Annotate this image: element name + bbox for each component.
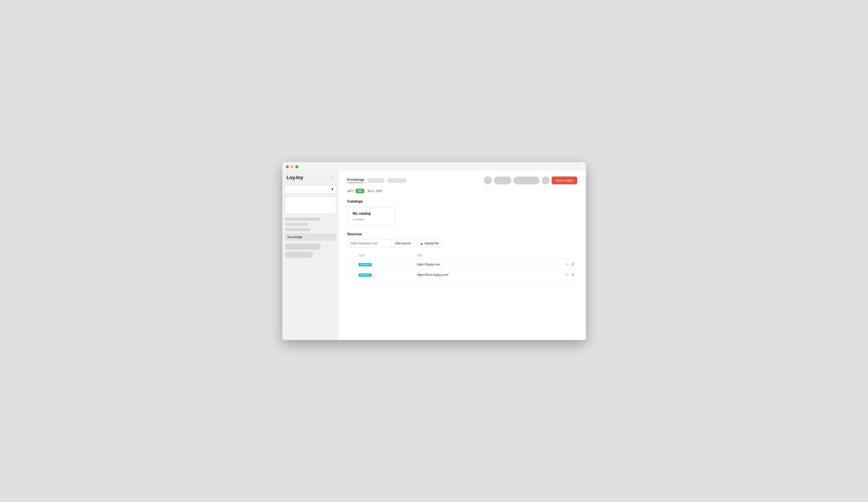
- sources-input-row: Add source ☁ Upload file: [348, 239, 577, 247]
- col-type: Type: [356, 253, 415, 259]
- close-button[interactable]: [286, 165, 289, 168]
- app-window: LoyJoy ← ▾ Knowledge: [282, 162, 586, 340]
- add-source-button[interactable]: Add source: [392, 239, 414, 247]
- catalogs-title: Catalogs: [348, 199, 577, 204]
- avatar-2: [542, 176, 549, 184]
- sidebar-item-knowledge[interactable]: Knowledge: [285, 233, 336, 241]
- sitemap-badge: SITEMAP: [359, 263, 372, 266]
- header-pill-1: [494, 176, 511, 184]
- row-url-cell: https://docs.loyjoy.com/: [414, 269, 532, 280]
- new-catalog-button[interactable]: New catalog: [552, 176, 577, 184]
- sidebar-skeleton-pill: [285, 252, 313, 258]
- tab-skeleton-1: [367, 178, 384, 183]
- delete-icon[interactable]: 🗑: [571, 263, 575, 266]
- row-type-cell: SITEMAP: [356, 259, 415, 269]
- row-action-icons: ↻ 🗑: [535, 263, 575, 267]
- sidebar-skeleton-pill: [285, 244, 321, 250]
- expand-icon[interactable]: ›: [350, 263, 351, 266]
- header-row: Knowledge New catalog: [348, 176, 577, 184]
- sources-table: Type URL › SITEMAP: [348, 253, 577, 280]
- catalog-card-subtitle: 2 articles: [353, 218, 390, 221]
- refresh-icon[interactable]: ↻: [566, 273, 569, 277]
- off-label: OFF: [376, 189, 382, 193]
- row-expand-cell: ›: [348, 269, 356, 280]
- app-body: LoyJoy ← ▾ Knowledge: [282, 171, 586, 340]
- header-tabs: Knowledge: [348, 178, 406, 183]
- row-url-text: https://docs.loyjoy.com/: [417, 273, 448, 276]
- sidebar-logo: LoyJoy ←: [285, 174, 336, 183]
- gpt-toggle-on[interactable]: ON: [355, 189, 364, 193]
- sources-section: Sources Add source ☁ Upload file: [348, 232, 577, 280]
- tab-skeleton-2: [387, 178, 406, 183]
- sidebar-skeleton-item: [285, 228, 310, 231]
- url-input[interactable]: [348, 239, 392, 247]
- maximize-button[interactable]: [295, 165, 298, 168]
- catalog-card-title: My catalog: [353, 212, 390, 216]
- titlebar: [282, 162, 586, 171]
- col-url: URL: [414, 253, 532, 259]
- table-row: › SITEMAP https://loyjoy.com ↻: [348, 259, 577, 269]
- upload-icon: ☁: [420, 242, 423, 245]
- row-expand-cell: ›: [348, 259, 356, 269]
- refresh-icon[interactable]: ↻: [566, 263, 569, 267]
- collapse-button[interactable]: ←: [330, 175, 334, 180]
- upload-file-label: Upload file: [424, 242, 439, 245]
- row-type-cell: SITEMAP: [356, 269, 415, 280]
- gpt-label: GPT: [348, 189, 354, 193]
- tab-knowledge-label: Knowledge: [348, 178, 364, 182]
- table-header-row: Type URL: [348, 253, 577, 259]
- header-pill-2: [514, 176, 539, 184]
- catalog-card[interactable]: My catalog 2 articles: [348, 207, 395, 226]
- delete-icon[interactable]: 🗑: [571, 273, 575, 277]
- row-actions-cell: ↻ 🗑: [532, 269, 577, 280]
- col-expand: [348, 253, 356, 259]
- row-url-cell: https://loyjoy.com: [414, 259, 532, 269]
- sidebar-skeleton-item: [285, 223, 308, 226]
- row-action-icons: ↻ 🗑: [535, 273, 575, 277]
- minimize-button[interactable]: [291, 165, 293, 168]
- col-actions: [532, 253, 577, 259]
- sidebar-item-label: Knowledge: [288, 235, 302, 239]
- table-row: › SITEMAP https://docs.loyjoy.com/ ↻: [348, 269, 577, 280]
- upload-file-button[interactable]: ☁ Upload file: [416, 239, 442, 247]
- expand-icon[interactable]: ›: [350, 274, 351, 276]
- sidebar: LoyJoy ← ▾ Knowledge: [282, 171, 339, 340]
- url-input-group: Add source: [348, 239, 414, 247]
- main-content: Knowledge New catalog GPT ON NLU: [339, 171, 586, 340]
- sources-title: Sources: [348, 232, 577, 236]
- gpt-toggle-row: GPT ON NLU OFF: [348, 189, 577, 193]
- avatar: [484, 176, 492, 184]
- sitemap-badge: SITEMAP: [359, 274, 372, 277]
- logo-text: LoyJoy: [287, 175, 303, 181]
- catalogs-section: Catalogs My catalog 2 articles: [348, 199, 577, 226]
- nlu-label: NLU: [368, 189, 374, 193]
- row-actions-cell: ↻ 🗑: [532, 259, 577, 269]
- chevron-down-icon: ▾: [332, 187, 333, 191]
- row-url-text: https://loyjoy.com: [417, 263, 440, 266]
- sidebar-skeleton-item: [285, 218, 321, 221]
- sidebar-dropdown[interactable]: ▾: [285, 185, 336, 193]
- sidebar-dropdown-area: [285, 196, 336, 214]
- header-right: New catalog: [484, 176, 577, 184]
- tab-knowledge[interactable]: Knowledge: [348, 178, 364, 183]
